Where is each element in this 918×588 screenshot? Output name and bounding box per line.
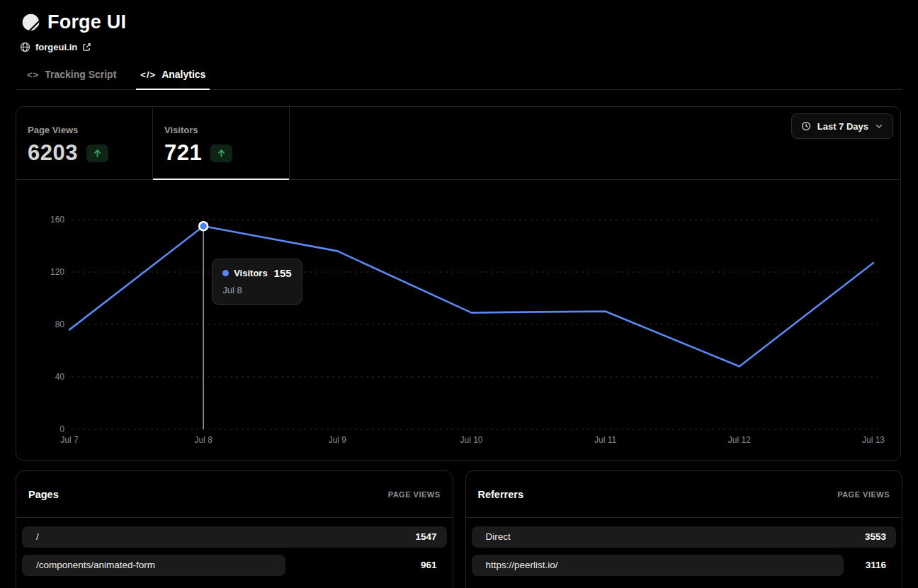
row-value: 3553: [865, 526, 886, 548]
referrers-card: Referrers PAGE VIEWS Direct3553https://p…: [465, 470, 903, 588]
analytics-card: Page Views 6203 Visitors 721: [16, 106, 901, 461]
chart-canvas[interactable]: 04080120160Jul 7Jul 8Jul 9Jul 10Jul 11Ju…: [16, 180, 900, 461]
globe-icon: [20, 42, 30, 52]
svg-text:Jul 12: Jul 12: [728, 435, 751, 445]
row-label: https://peerlist.io/: [486, 555, 558, 576]
svg-text:0: 0: [60, 424, 64, 434]
row-bar: [472, 526, 897, 548]
svg-text:Jul 10: Jul 10: [460, 435, 482, 445]
analytics-page: Forge UI forgeui.in <> Tracking Script <…: [0, 0, 918, 588]
row-label: /components/animated-form: [36, 555, 155, 576]
tab-analytics[interactable]: </> Analytics: [140, 69, 205, 89]
code-icon: <>: [27, 69, 39, 80]
trend-up-badge: [210, 145, 232, 162]
table-row: /1547: [22, 526, 447, 548]
referrers-card-header: Referrers PAGE VIEWS: [466, 471, 902, 518]
svg-text:120: 120: [50, 267, 64, 277]
code-slash-icon: </>: [140, 69, 156, 80]
arrow-up-icon: [217, 149, 226, 158]
row-bar: [22, 526, 447, 548]
card-title: Referrers: [478, 489, 524, 500]
clock-icon: [801, 121, 811, 131]
forge-ui-logo-icon: [21, 13, 40, 32]
pages-card: Pages PAGE VIEWS /1547/components/animat…: [16, 470, 453, 588]
svg-text:Jul 11: Jul 11: [594, 435, 616, 445]
stat-page-views[interactable]: Page Views 6203: [16, 107, 153, 179]
bottom-cards-row: Pages PAGE VIEWS /1547/components/animat…: [16, 470, 902, 588]
table-row: Direct3553: [472, 526, 897, 548]
stat-label: Page Views: [28, 125, 141, 135]
arrow-up-icon: [93, 149, 102, 158]
svg-text:Jul 9: Jul 9: [329, 435, 347, 445]
row-label: /: [36, 526, 39, 548]
website-name: forgeui.in: [35, 42, 77, 52]
stat-value: 6203: [28, 140, 78, 166]
tab-tracking-script[interactable]: <> Tracking Script: [27, 69, 116, 89]
stat-value: 721: [164, 140, 202, 166]
app-header: Forge UI: [16, 9, 902, 35]
external-link-icon: [82, 43, 91, 52]
date-range-dropdown[interactable]: Last 7 Days: [791, 113, 893, 139]
stat-label: Visitors: [164, 125, 278, 135]
row-value: 961: [421, 555, 437, 576]
table-row: https://peerlist.io/3116: [472, 555, 897, 576]
page-title: Forge UI: [47, 11, 126, 33]
stat-visitors[interactable]: Visitors 721: [153, 107, 290, 179]
table-row: /components/animated-form961: [22, 555, 447, 576]
pages-card-header: Pages PAGE VIEWS: [16, 471, 453, 518]
row-value: 1547: [415, 526, 436, 548]
column-header: PAGE VIEWS: [388, 490, 441, 499]
tab-label: Tracking Script: [45, 69, 116, 80]
tab-label: Analytics: [162, 69, 205, 80]
date-range-label: Last 7 Days: [817, 121, 868, 132]
svg-text:40: 40: [55, 372, 65, 382]
svg-text:80: 80: [55, 320, 65, 329]
referrers-list: Direct3553https://peerlist.io/3116: [466, 518, 902, 576]
tab-bar: <> Tracking Script </> Analytics: [16, 69, 902, 90]
column-header: PAGE VIEWS: [837, 490, 890, 499]
row-label: Direct: [486, 526, 511, 548]
svg-text:Jul 13: Jul 13: [862, 435, 885, 445]
row-value: 3116: [866, 555, 886, 576]
card-title: Pages: [28, 489, 59, 500]
website-link[interactable]: forgeui.in: [16, 40, 902, 53]
trend-up-badge: [86, 145, 108, 162]
visitors-line-chart[interactable]: 04080120160Jul 7Jul 8Jul 9Jul 10Jul 11Ju…: [16, 180, 900, 461]
svg-text:Jul 7: Jul 7: [60, 435, 79, 445]
stats-header: Page Views 6203 Visitors 721: [16, 107, 900, 180]
pages-list: /1547/components/animated-form961: [16, 518, 453, 576]
svg-text:Jul 8: Jul 8: [194, 435, 212, 445]
svg-text:160: 160: [50, 215, 64, 225]
chevron-down-icon: [875, 122, 883, 130]
